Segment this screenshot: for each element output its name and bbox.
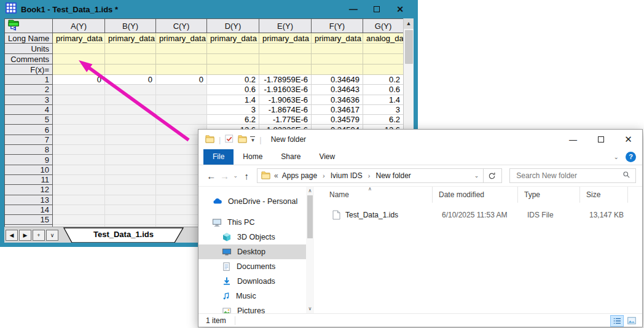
workbook-titlebar[interactable]: Book1 - Test_Data_1.ids * — ✕ xyxy=(0,0,418,18)
column-header[interactable]: G(Y) xyxy=(363,19,404,33)
cell[interactable]: 0.34649 xyxy=(312,75,363,85)
cell[interactable] xyxy=(105,174,156,184)
header-cell[interactable] xyxy=(259,64,312,75)
file-row[interactable]: Test_Data_1.ids6/10/2025 11:53 AMIDS Fil… xyxy=(314,206,642,223)
cell[interactable]: 0.34579 xyxy=(312,115,363,125)
row-number[interactable]: 15 xyxy=(5,215,53,225)
workbook-close-button[interactable]: ✕ xyxy=(388,4,412,14)
column-header[interactable]: D(Y) xyxy=(207,19,259,33)
cell[interactable] xyxy=(105,95,156,104)
cell[interactable] xyxy=(53,104,105,114)
row-number[interactable]: 1 xyxy=(5,75,53,85)
column-header[interactable]: E(Y) xyxy=(259,19,312,33)
sidebar-item-downloads[interactable]: Downloads xyxy=(198,274,314,289)
cell[interactable]: 0.6 xyxy=(207,85,259,95)
column-header[interactable]: C(Y) xyxy=(156,19,207,33)
cell[interactable] xyxy=(105,125,156,135)
cell[interactable] xyxy=(105,145,156,155)
cell[interactable]: 0 xyxy=(53,75,105,85)
address-dropdown-chevron-icon[interactable]: ⌄ xyxy=(470,173,484,179)
forward-icon[interactable]: → xyxy=(218,171,232,181)
cell[interactable]: 1.4 xyxy=(363,95,404,104)
recent-locations-chevron-icon[interactable]: ⌄ xyxy=(231,173,240,179)
cell[interactable] xyxy=(105,215,156,225)
row-number[interactable]: 7 xyxy=(5,135,53,144)
header-cell[interactable]: primary_data xyxy=(156,33,207,44)
address-bar[interactable]: « Apps page › Ivium IDS › New folder ⌄ xyxy=(257,168,502,183)
scrollbar-thumb[interactable] xyxy=(307,195,313,238)
explorer-titlebar[interactable]: | ▼ | New folder — ✕ xyxy=(198,130,642,149)
ribbon-tab-view[interactable]: View xyxy=(310,149,344,165)
cell[interactable] xyxy=(156,104,207,114)
header-cell[interactable] xyxy=(363,54,404,64)
header-cell[interactable] xyxy=(207,54,259,64)
row-number[interactable]: 3 xyxy=(5,95,53,104)
sheet-list-icon[interactable]: ∨ xyxy=(46,230,58,241)
column-header-size[interactable]: Size xyxy=(580,187,628,203)
cell[interactable] xyxy=(105,104,156,114)
workbook-maximize-button[interactable] xyxy=(365,4,388,14)
cell[interactable]: -1.8674E-6 xyxy=(259,104,312,114)
search-icon[interactable] xyxy=(622,171,630,181)
scroll-up-icon[interactable]: ∧ xyxy=(308,187,312,195)
cell[interactable] xyxy=(105,205,156,214)
header-cell[interactable] xyxy=(363,44,404,54)
row-number[interactable]: 6 xyxy=(5,125,53,135)
column-header-date-modified[interactable]: Date modified xyxy=(433,187,518,203)
header-cell[interactable] xyxy=(363,64,404,75)
header-cell[interactable] xyxy=(312,64,363,75)
cell[interactable] xyxy=(53,135,105,144)
column-header[interactable]: A(Y) xyxy=(53,19,105,33)
worksheet-tab[interactable]: Test_Data_1.ids xyxy=(62,227,185,243)
header-cell[interactable]: primary_data xyxy=(312,33,363,44)
cell[interactable] xyxy=(53,125,105,135)
row-label[interactable]: Long Name xyxy=(5,33,53,44)
header-cell[interactable]: primary_data xyxy=(105,33,156,44)
cell[interactable]: 0.2 xyxy=(363,75,404,85)
explorer-maximize-button[interactable] xyxy=(587,130,615,149)
cell[interactable]: 0 xyxy=(156,75,207,85)
row-number[interactable]: 11 xyxy=(5,174,53,184)
explorer-minimize-button[interactable]: — xyxy=(559,130,587,149)
cell[interactable]: 0.6 xyxy=(363,85,404,95)
sidebar-item-desktop[interactable]: Desktop xyxy=(198,244,314,259)
sidebar-item-pictures[interactable]: Pictures xyxy=(198,303,314,313)
cell[interactable]: -1.775E-6 xyxy=(259,115,312,125)
cell[interactable] xyxy=(53,85,105,95)
cell[interactable]: 0.34643 xyxy=(312,85,363,95)
cell[interactable] xyxy=(156,95,207,104)
cell[interactable] xyxy=(105,195,156,205)
details-view-button[interactable] xyxy=(610,315,624,327)
cell[interactable] xyxy=(53,185,105,195)
sidebar-item-music[interactable]: Music xyxy=(198,289,314,303)
column-header-name[interactable]: ∧ Name xyxy=(314,187,433,203)
cell[interactable]: 6.2 xyxy=(363,115,404,125)
cell[interactable] xyxy=(105,165,156,174)
cell[interactable]: -1.9063E-6 xyxy=(259,95,312,104)
row-number[interactable]: 10 xyxy=(5,165,53,174)
header-cell[interactable] xyxy=(53,64,105,75)
header-cell[interactable] xyxy=(105,64,156,75)
row-number[interactable]: 9 xyxy=(5,155,53,165)
row-number[interactable]: 5 xyxy=(5,115,53,125)
cell[interactable]: 0.34636 xyxy=(312,95,363,104)
scroll-right-icon[interactable]: ▶ xyxy=(19,230,31,241)
breadcrumb-separator-icon[interactable]: › xyxy=(368,172,371,179)
cell[interactable] xyxy=(105,115,156,125)
expand-ribbon-chevron-icon[interactable]: ⌄ xyxy=(614,154,619,160)
workbook-minimize-button[interactable]: — xyxy=(342,4,365,14)
row-number[interactable]: 12 xyxy=(5,185,53,195)
cell[interactable] xyxy=(105,135,156,144)
explorer-close-button[interactable]: ✕ xyxy=(615,130,642,149)
breadcrumb-segment[interactable]: Ivium IDS xyxy=(331,171,363,180)
cell[interactable]: -1.78959E-6 xyxy=(259,75,312,85)
row-number[interactable]: 14 xyxy=(5,205,53,214)
column-header-type[interactable]: Type xyxy=(518,187,580,203)
breadcrumb-separator-icon[interactable]: › xyxy=(323,172,325,179)
header-cell[interactable] xyxy=(156,44,207,54)
cell[interactable]: 1.4 xyxy=(207,95,259,104)
large-icons-view-button[interactable] xyxy=(625,315,638,327)
row-label[interactable]: Units xyxy=(5,44,53,54)
cell[interactable] xyxy=(156,85,207,95)
sidebar-item-onedrive-personal[interactable]: OneDrive - Personal xyxy=(198,194,314,209)
